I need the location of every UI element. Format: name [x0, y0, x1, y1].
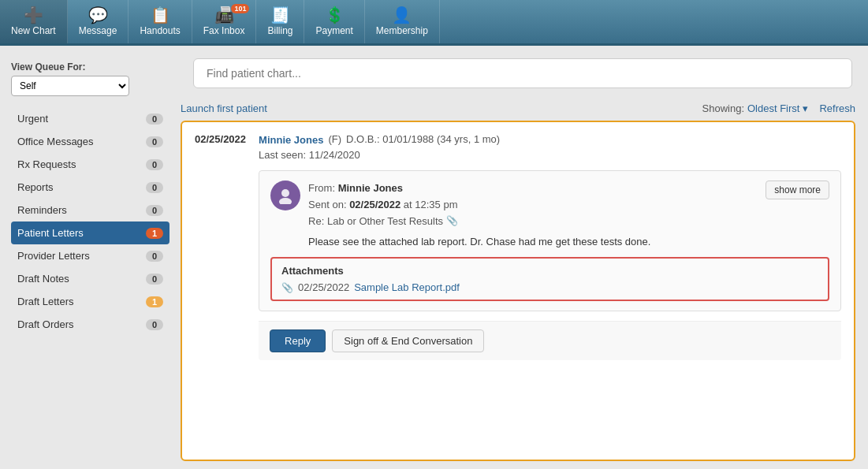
action-bar: Reply Sign off & End Conversation — [259, 321, 841, 360]
sidebar-item-draft-orders[interactable]: Draft Orders0 — [11, 313, 170, 336]
sent-date: 02/25/2022 — [349, 199, 400, 210]
svg-point-0 — [281, 189, 289, 197]
search-input[interactable] — [193, 58, 852, 88]
sidebar-item-patient-letters[interactable]: Patient Letters1 — [11, 221, 170, 244]
attachment-date: 02/25/2022 — [298, 281, 349, 293]
attachment-icon: 📎 — [281, 282, 293, 293]
sidebar-item-label: Office Messages — [17, 136, 94, 147]
patient-name-link[interactable]: Minnie Jones — [259, 134, 323, 146]
patient-name-row: Minnie Jones (F) D.O.B.: 01/01/1988 (34 … — [259, 133, 841, 147]
sidebar-item-count: 0 — [146, 274, 163, 285]
sidebar-item-count: 1 — [146, 296, 163, 307]
sidebar-list: Urgent0Office Messages0Rx Requests0Repor… — [11, 107, 170, 336]
show-more-button[interactable]: show more — [766, 181, 829, 199]
showing-label-text: Showing: — [702, 102, 744, 114]
sidebar-item-count: 0 — [146, 114, 163, 125]
nav-billing-label: Billing — [267, 25, 292, 36]
nav-fax-label: Fax Inbox — [203, 25, 245, 36]
sidebar-item-count: 0 — [146, 319, 163, 330]
sidebar-item-count: 1 — [146, 228, 163, 239]
sidebar-item-label: Patient Letters — [17, 227, 84, 239]
queue-select[interactable]: Self — [11, 76, 129, 96]
payment-icon: 💲 — [325, 7, 345, 23]
attachments-box: Attachments 📎 02/25/2022 Sample Lab Repo… — [270, 257, 829, 301]
sidebar-item-label: Reminders — [17, 204, 67, 216]
nav-fax-inbox[interactable]: 📠 Fax Inbox 101 — [192, 0, 257, 43]
sidebar-item-count: 0 — [146, 251, 163, 262]
attachments-section: Attachments 📎 02/25/2022 Sample Lab Repo… — [270, 257, 829, 301]
message-meta: From: Minnie Jones Sent on: 02/25/2022 a… — [308, 181, 758, 229]
svg-point-1 — [279, 198, 292, 204]
sidebar-item-count: 0 — [146, 182, 163, 193]
patient-gender: (F) — [328, 133, 341, 145]
patient-details: Minnie Jones (F) D.O.B.: 01/01/1988 (34 … — [259, 133, 841, 360]
avatar — [270, 181, 300, 210]
sidebar-item-provider-letters[interactable]: Provider Letters0 — [11, 244, 170, 267]
main-content: View Queue For: Self Urgent0Office Messa… — [0, 46, 868, 469]
handouts-icon: 📋 — [151, 7, 170, 23]
from-label: From: — [308, 182, 335, 194]
sidebar-item-label: Draft Notes — [17, 273, 69, 285]
sidebar-item-draft-notes[interactable]: Draft Notes0 — [11, 267, 170, 290]
nav-new-chart[interactable]: ➕ New Chart — [0, 0, 68, 43]
nav-billing[interactable]: 🧾 Billing — [256, 0, 304, 43]
attachment-link[interactable]: Sample Lab Report.pdf — [354, 281, 460, 293]
sidebar-item-count: 0 — [146, 136, 163, 147]
sent-label: Sent on: — [308, 199, 346, 210]
sidebar-item-label: Urgent — [17, 113, 48, 125]
message-date: 02/25/2022 — [195, 133, 246, 145]
from-name: Minnie Jones — [338, 182, 403, 194]
attachment-item: 📎 02/25/2022 Sample Lab Report.pdf — [281, 281, 818, 293]
message-box: From: Minnie Jones Sent on: 02/25/2022 a… — [259, 170, 841, 311]
right-area: Launch first patient Showing: Oldest Fir… — [177, 46, 868, 469]
nav-payment[interactable]: 💲 Payment — [304, 0, 364, 43]
sidebar-item-draft-letters[interactable]: Draft Letters1 — [11, 290, 170, 313]
reply-button[interactable]: Reply — [270, 329, 326, 352]
search-wrapper — [177, 46, 868, 96]
sidebar-item-office-messages[interactable]: Office Messages0 — [11, 130, 170, 153]
nav-membership-label: Membership — [376, 25, 428, 36]
last-seen: Last seen: 11/24/2020 — [259, 149, 841, 161]
new-chart-icon: ➕ — [24, 7, 43, 23]
message-icon: 💬 — [88, 7, 108, 23]
attachment-clip-icon: 📎 — [446, 214, 458, 229]
message-body: Please see the attached lab report. Dr. … — [308, 236, 829, 248]
nav-message[interactable]: 💬 Message — [68, 0, 129, 43]
sidebar-item-label: Provider Letters — [17, 250, 90, 262]
nav-payment-label: Payment — [315, 25, 352, 36]
patient-dob: D.O.B.: 01/01/1988 (34 yrs, 1 mo) — [346, 133, 500, 145]
sidebar-item-count: 0 — [146, 205, 163, 216]
nav-new-chart-label: New Chart — [11, 25, 56, 36]
fax-badge: 101 — [231, 4, 249, 13]
message-header: From: Minnie Jones Sent on: 02/25/2022 a… — [270, 181, 829, 229]
signoff-button[interactable]: Sign off & End Conversation — [332, 329, 484, 352]
refresh-link[interactable]: Refresh — [819, 102, 855, 114]
sidebar-item-label: Draft Letters — [17, 296, 74, 307]
re-label: Re: Lab or Other Test Results — [308, 214, 443, 230]
from-line: From: Minnie Jones — [308, 181, 758, 197]
sidebar-item-urgent[interactable]: Urgent0 — [11, 107, 170, 130]
sidebar-item-reports[interactable]: Reports0 — [11, 176, 170, 199]
nav-message-label: Message — [79, 25, 117, 36]
sent-time: at 12:35 pm — [404, 199, 458, 210]
attachments-label: Attachments — [281, 265, 818, 277]
sidebar-item-count: 0 — [146, 159, 163, 170]
nav-handouts[interactable]: 📋 Handouts — [129, 0, 192, 43]
right-panel: Launch first patient Showing: Oldest Fir… — [177, 96, 868, 469]
launch-first-link[interactable]: Launch first patient — [181, 102, 267, 114]
nav-membership[interactable]: 👤 Membership — [365, 0, 440, 43]
membership-icon: 👤 — [392, 7, 412, 23]
nav-handouts-label: Handouts — [140, 25, 180, 36]
right-header: Launch first patient Showing: Oldest Fir… — [181, 96, 855, 121]
sidebar-item-label: Rx Requests — [17, 158, 76, 170]
showing-value-link[interactable]: Oldest First — [747, 102, 799, 114]
message-card: 02/25/2022 Minnie Jones (F) D.O.B.: 01/0… — [181, 121, 855, 461]
queue-label: View Queue For: — [11, 61, 170, 73]
sidebar-item-label: Draft Orders — [17, 318, 74, 330]
sidebar-item-label: Reports — [17, 181, 54, 193]
sidebar-item-reminders[interactable]: Reminders0 — [11, 199, 170, 221]
dropdown-arrow-icon: ▾ — [803, 102, 808, 114]
top-nav: ➕ New Chart 💬 Message 📋 Handouts 📠 Fax I… — [0, 0, 868, 46]
sidebar-item-rx-requests[interactable]: Rx Requests0 — [11, 153, 170, 176]
sent-line: Sent on: 02/25/2022 at 12:35 pm — [308, 197, 758, 214]
